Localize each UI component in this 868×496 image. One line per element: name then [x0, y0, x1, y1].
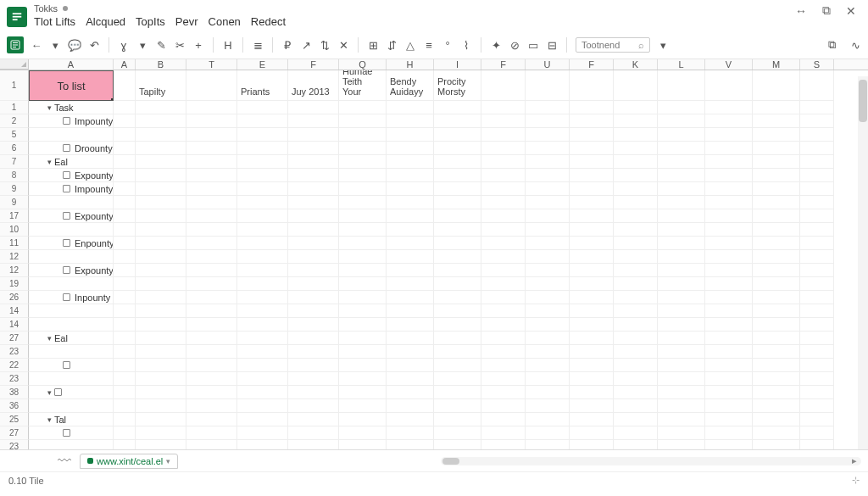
- cell[interactable]: [387, 169, 434, 182]
- checkbox-icon[interactable]: [63, 293, 70, 301]
- column-header-0[interactable]: A: [29, 59, 114, 70]
- cell[interactable]: [800, 277, 834, 291]
- cell[interactable]: [186, 223, 237, 237]
- cell[interactable]: [186, 128, 237, 142]
- checkbox-icon[interactable]: [63, 117, 70, 125]
- cell[interactable]: [658, 250, 705, 264]
- cell[interactable]: [434, 169, 481, 182]
- cell[interactable]: [614, 128, 658, 142]
- cell[interactable]: [481, 277, 526, 291]
- cell[interactable]: [481, 291, 526, 304]
- cell[interactable]: [705, 264, 753, 277]
- cell[interactable]: [434, 440, 481, 449]
- cell[interactable]: [753, 250, 800, 264]
- cell[interactable]: [339, 426, 387, 440]
- cell[interactable]: [526, 318, 570, 332]
- row-header[interactable]: 9: [0, 196, 29, 209]
- cell[interactable]: [237, 318, 288, 332]
- row-header[interactable]: 6: [0, 142, 29, 155]
- cell[interactable]: [570, 264, 614, 277]
- cell[interactable]: [339, 182, 387, 196]
- cell[interactable]: [705, 386, 753, 399]
- link-icon[interactable]: ↔: [795, 4, 807, 18]
- cell[interactable]: [237, 399, 288, 413]
- cell[interactable]: [387, 332, 434, 345]
- cell[interactable]: [339, 291, 387, 304]
- tool-a2-icon[interactable]: ↗: [300, 39, 312, 52]
- cell[interactable]: [288, 345, 339, 359]
- cell[interactable]: [114, 142, 136, 155]
- cell[interactable]: [387, 345, 434, 359]
- checkbox-icon[interactable]: [63, 212, 70, 220]
- column-header-4[interactable]: E: [237, 59, 288, 70]
- tool-b3-icon[interactable]: △: [404, 39, 416, 52]
- cell[interactable]: [114, 264, 136, 277]
- cell[interactable]: [526, 291, 570, 304]
- tool-c3-icon[interactable]: ▭: [527, 39, 539, 52]
- cell[interactable]: [570, 70, 614, 101]
- cell[interactable]: [753, 209, 800, 223]
- cell[interactable]: [237, 332, 288, 345]
- cell[interactable]: [526, 359, 570, 372]
- cell[interactable]: [526, 196, 570, 209]
- cell[interactable]: [29, 128, 114, 142]
- cell[interactable]: [434, 318, 481, 332]
- row-header[interactable]: 9: [0, 182, 29, 196]
- cell[interactable]: [753, 345, 800, 359]
- cell[interactable]: [658, 277, 705, 291]
- plus-icon[interactable]: +: [192, 39, 204, 52]
- cell[interactable]: [186, 196, 237, 209]
- cell[interactable]: [570, 101, 614, 114]
- cell[interactable]: [705, 399, 753, 413]
- cell[interactable]: [705, 209, 753, 223]
- cell[interactable]: [434, 155, 481, 169]
- row-header[interactable]: 10: [0, 223, 29, 237]
- cell[interactable]: [526, 142, 570, 155]
- cell[interactable]: [526, 372, 570, 386]
- cell[interactable]: [136, 196, 186, 209]
- cell[interactable]: [705, 169, 753, 182]
- cell[interactable]: [658, 399, 705, 413]
- tool-b1-icon[interactable]: ⊞: [367, 39, 379, 52]
- cell[interactable]: Priants: [237, 70, 288, 101]
- cell[interactable]: [237, 372, 288, 386]
- cell[interactable]: [434, 277, 481, 291]
- cell[interactable]: [614, 332, 658, 345]
- cell[interactable]: [800, 209, 834, 223]
- cell[interactable]: [800, 101, 834, 114]
- cell[interactable]: [339, 128, 387, 142]
- cell[interactable]: [29, 440, 114, 449]
- cell[interactable]: [434, 386, 481, 399]
- cell[interactable]: [136, 440, 186, 449]
- cell[interactable]: [526, 386, 570, 399]
- cell[interactable]: [705, 223, 753, 237]
- cell[interactable]: [658, 101, 705, 114]
- checkbox-icon[interactable]: [63, 266, 70, 274]
- cell[interactable]: [614, 345, 658, 359]
- cell[interactable]: [753, 386, 800, 399]
- cell[interactable]: [614, 70, 658, 101]
- cell[interactable]: [800, 359, 834, 372]
- cell[interactable]: [614, 372, 658, 386]
- cell[interactable]: [186, 277, 237, 291]
- cell[interactable]: [136, 304, 186, 318]
- cell[interactable]: [614, 223, 658, 237]
- active-cell[interactable]: To list: [29, 70, 114, 101]
- cell[interactable]: [658, 413, 705, 426]
- tool-r2-icon[interactable]: ∿: [849, 39, 861, 52]
- cell[interactable]: [658, 318, 705, 332]
- column-header-16[interactable]: S: [800, 59, 834, 70]
- cell[interactable]: [186, 237, 237, 250]
- cell[interactable]: [288, 277, 339, 291]
- cell[interactable]: Bendy Auidayy: [387, 70, 434, 101]
- cell[interactable]: [387, 250, 434, 264]
- cell[interactable]: [288, 264, 339, 277]
- column-header-10[interactable]: U: [526, 59, 570, 70]
- cell[interactable]: [237, 304, 288, 318]
- cell[interactable]: [705, 440, 753, 449]
- cell[interactable]: [526, 304, 570, 318]
- cell[interactable]: [136, 345, 186, 359]
- checkbox-icon[interactable]: [63, 144, 70, 152]
- cell[interactable]: [237, 291, 288, 304]
- row-header[interactable]: 12: [0, 264, 29, 277]
